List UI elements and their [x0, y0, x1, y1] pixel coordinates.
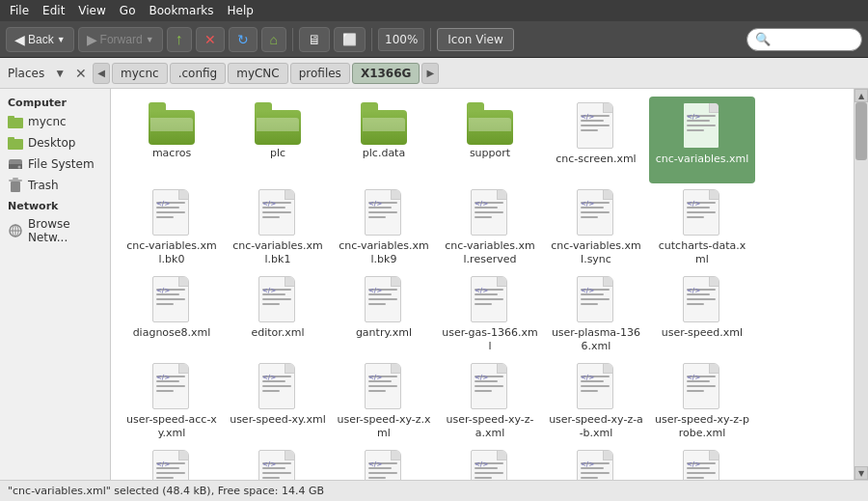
zoom-level: 100% [378, 28, 424, 51]
sidebar-item-network[interactable]: Browse Netw... [0, 214, 110, 247]
computer-button[interactable]: 🖥 [299, 27, 330, 52]
file-label: cnc-variables.xml.sync [548, 239, 644, 267]
svg-rect-9 [13, 178, 18, 180]
file-item-x-bottab[interactable]: </> x-bottab-left.xml [649, 444, 755, 480]
file-label: cnc-screen.xml [556, 153, 636, 166]
file-label: user-gas-1366.xml [442, 326, 538, 354]
search-box[interactable]: 🔍 [746, 28, 862, 51]
scroll-down-arrow[interactable]: ▼ [854, 466, 868, 480]
file-item-user-speed-xy[interactable]: </> user-speed-xy.xml [225, 357, 331, 444]
xml-file-icon: </> [683, 363, 721, 411]
home-icon: ⌂ [270, 32, 278, 47]
svg-point-6 [18, 166, 21, 169]
menu-bookmarks[interactable]: Bookmarks [143, 2, 219, 19]
stop-button[interactable]: ✕ [196, 27, 225, 52]
xml-file-icon: </> [471, 363, 509, 411]
file-item-user-speed-xyza[interactable]: </> user-speed-xy-z-a.xml [437, 357, 543, 444]
sidebar-item-trash[interactable]: Trash [0, 175, 110, 196]
computer-icon: 🖥 [308, 32, 321, 47]
svg-rect-8 [9, 180, 22, 181]
file-item-xstyle[interactable]: </> x.style [225, 444, 331, 480]
sidebar-item-filesystem[interactable]: File System [0, 153, 110, 175]
file-item-diagnose8[interactable]: </> diagnose8.xml [119, 270, 225, 357]
file-item-editor[interactable]: </> editor.xml [225, 270, 331, 357]
file-item-cnc-variables[interactable]: </> cnc-variables.xml [649, 97, 755, 183]
xml-file-icon: </> [471, 189, 509, 237]
path-back-arrow[interactable]: ◀ [93, 63, 110, 84]
menu-edit[interactable]: Edit [37, 2, 70, 19]
file-item-xstyle002[interactable]: </> x.style.002 [437, 444, 543, 480]
scroll-up-arrow[interactable]: ▲ [854, 89, 868, 102]
file-item-user-spindle[interactable]: </> user-spindle.xml [119, 444, 225, 480]
tab-button[interactable]: ⬜ [334, 27, 366, 52]
file-label: user-speed-xy-z-probe.xml [654, 413, 750, 441]
scrollbar[interactable]: ▲ ▼ [854, 89, 868, 480]
reload-icon: ↻ [237, 32, 249, 47]
path-forward-arrow[interactable]: ▶ [421, 63, 439, 84]
xml-file-icon: </> [577, 363, 615, 411]
places-toggle[interactable]: ▼ [50, 65, 69, 82]
xml-file-icon: </> [471, 450, 509, 480]
file-item-gantry[interactable]: </> gantry.xml [331, 270, 437, 357]
scrollbar-thumb[interactable] [855, 102, 867, 160]
menubar: File Edit View Go Bookmarks Help [0, 0, 868, 21]
file-item-plc-data[interactable]: plc.data [331, 97, 437, 183]
file-item-cnc-variables-bk1[interactable]: </> cnc-variables.xml.bk1 [225, 183, 331, 270]
file-item-plc[interactable]: plc [225, 97, 331, 183]
sidebar-item-desktop[interactable]: Desktop [0, 132, 110, 153]
file-item-cnc-variables-bk0[interactable]: </> cnc-variables.xml.bk0 [119, 183, 225, 270]
file-label: user-speed.xml [662, 326, 743, 340]
file-item-macros[interactable]: macros [119, 97, 225, 183]
sidebar-label-trash: Trash [28, 179, 59, 192]
pathbar: Places ▼ ✕ ◀ mycnc .config myCNC profile… [0, 58, 868, 89]
file-item-cnc-variables-reserved[interactable]: </> cnc-variables.xml.reserved [437, 183, 543, 270]
scrollbar-track [854, 102, 868, 466]
file-item-user-speed-xyz[interactable]: </> user-speed-xy-z.xml [331, 357, 437, 444]
xml-file-icon: </> [683, 276, 721, 324]
file-item-cnc-variables-bk9[interactable]: </> cnc-variables.xml.bk9 [331, 183, 437, 270]
breadcrumb-mycnc2[interactable]: myCNC [228, 63, 288, 84]
file-item-x-abcut[interactable]: </> x-abcut.xml [543, 444, 649, 480]
reload-button[interactable]: ↻ [229, 27, 258, 52]
breadcrumb-config[interactable]: .config [170, 63, 227, 84]
file-item-user-speed-xyzab[interactable]: </> user-speed-xy-z-a-b.xml [543, 357, 649, 444]
up-button[interactable]: ↑ [167, 27, 192, 52]
xml-file-icon: </> [258, 276, 297, 324]
forward-button[interactable]: ▶ Forward ▼ [78, 27, 163, 52]
breadcrumb-mycnc[interactable]: mycnc [112, 63, 168, 84]
sidebar-label-mycnc: mycnc [28, 115, 67, 128]
xml-file-icon: </> [683, 450, 721, 480]
file-label: cnc-variables.xml [656, 153, 749, 166]
home-button[interactable]: ⌂ [261, 27, 286, 52]
breadcrumb-profiles[interactable]: profiles [290, 63, 350, 84]
file-item-support[interactable]: support [437, 97, 543, 183]
menu-file[interactable]: File [4, 2, 35, 19]
file-item-user-plasma[interactable]: </> user-plasma-1366.xml [543, 270, 649, 357]
menu-view[interactable]: View [72, 2, 111, 19]
file-item-user-gas[interactable]: </> user-gas-1366.xml [437, 270, 543, 357]
file-item-user-speed-acc[interactable]: </> user-speed-acc-xy.xml [119, 357, 225, 444]
file-item-cnc-screen[interactable]: </> cnc-screen.xml [543, 97, 649, 183]
folder-icon [255, 102, 301, 145]
sidebar-item-mycnc[interactable]: mycnc [0, 111, 110, 132]
file-label: plc [270, 147, 285, 160]
file-item-xstyle001[interactable]: </> x.style.001 [331, 444, 437, 480]
file-item-cutcharts[interactable]: </> cutcharts-data.xml [649, 183, 755, 270]
menu-help[interactable]: Help [222, 2, 259, 19]
places-close[interactable]: ✕ [71, 66, 91, 81]
svg-rect-1 [8, 116, 14, 120]
tab-icon: ⬜ [342, 33, 357, 46]
forward-dropdown-icon: ▼ [146, 35, 154, 44]
file-item-user-speed-xyzp[interactable]: </> user-speed-xy-z-probe.xml [649, 357, 755, 444]
sidebar-label-filesystem: File System [28, 157, 95, 171]
file-item-cnc-variables-sync[interactable]: </> cnc-variables.xml.sync [543, 183, 649, 270]
file-label: cnc-variables.xml.bk0 [123, 239, 220, 267]
menu-go[interactable]: Go [114, 2, 142, 19]
file-label: plc.data [363, 147, 405, 160]
breadcrumb-x1366g[interactable]: X1366G [352, 63, 420, 84]
sidebar-section-network: Network [0, 196, 110, 214]
xml-file-icon: </> [152, 363, 191, 411]
back-button[interactable]: ◀ Back ▼ [6, 27, 74, 52]
file-item-user-speed[interactable]: </> user-speed.xml [649, 270, 755, 357]
file-label: cnc-variables.xml.bk1 [230, 239, 326, 267]
